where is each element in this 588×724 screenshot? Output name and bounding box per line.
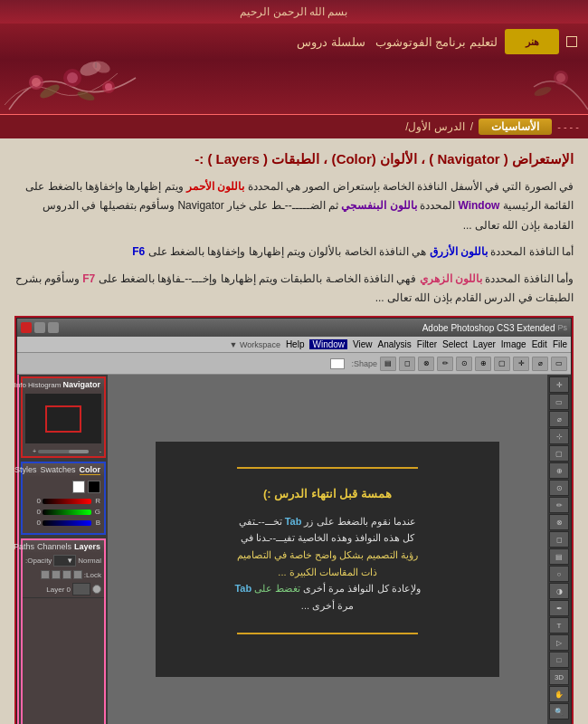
navigator-tab[interactable]: Navigator (62, 380, 100, 389)
blend-mode-dropdown[interactable]: ▼ (53, 555, 76, 567)
clone-tool-icon[interactable]: ⊗ (418, 357, 434, 371)
tool-3d[interactable]: 3D (549, 669, 569, 685)
shape-label: Shape: (351, 359, 377, 368)
navigator-zoom-slider: - + (23, 446, 104, 456)
menu-view[interactable]: View (353, 339, 373, 349)
foreground-color-swatch[interactable] (88, 481, 100, 493)
tool-heal[interactable]: ⊙ (549, 480, 569, 496)
eraser-tool-icon[interactable]: ◻ (399, 357, 415, 371)
move-tool-icon[interactable]: ✛ (513, 357, 529, 371)
gradient-tool-icon[interactable]: ▤ (380, 357, 396, 371)
opacity-label: Opacity: (25, 557, 52, 565)
menu-help[interactable]: Help (286, 339, 305, 349)
swatches-tab[interactable]: Swatches (40, 465, 75, 475)
svg-point-1 (32, 78, 41, 87)
color-sliders: R 0 G 0 B (23, 477, 104, 533)
tool-crop[interactable]: ▢ (549, 445, 569, 462)
maximize-button[interactable] (34, 322, 45, 333)
zoom-slider-fill (69, 450, 89, 453)
tool-hand[interactable]: ✋ (549, 686, 569, 702)
lock-image-icon[interactable] (62, 570, 71, 579)
close-button[interactable] (21, 322, 32, 333)
lock-all-icon[interactable] (41, 570, 50, 579)
paths-tab[interactable]: Paths (14, 542, 34, 551)
menu-filter[interactable]: Filter (417, 339, 437, 349)
menu-analysis[interactable]: Analysis (378, 339, 412, 349)
tool-text[interactable]: T (549, 617, 569, 634)
background-color-swatch[interactable] (72, 481, 85, 493)
tool-wand[interactable]: ⊹ (549, 428, 569, 444)
section-title: الإستعراض ( Navigator ) ، الألوان (Color… (14, 149, 574, 170)
bismillah-text: بسم الله الرحمن الرحيم (240, 5, 347, 18)
blue-slider-track[interactable] (43, 520, 91, 526)
layer-visibility-icon[interactable] (92, 585, 101, 594)
tool-path[interactable]: ▷ (549, 634, 569, 651)
ps-main-area: ✛ ▭ ⌀ ⊹ ▢ ⊕ ⊙ ✏ ⊗ ◻ ▤ ○ ◑ ✒ T ▷ □ (17, 375, 571, 724)
g-label: G (93, 508, 100, 516)
red-slider-track[interactable] (43, 499, 91, 504)
marquee-tool-icon[interactable]: ▭ (551, 357, 567, 371)
tool-zoom[interactable]: 🔍 (549, 703, 569, 719)
navigator-panel: Navigator Histogram Info - + (21, 376, 106, 458)
workspace-label: Workspace ▼ (230, 340, 280, 349)
zoom-in-icon: + (25, 448, 36, 454)
decoration-bar (0, 60, 588, 114)
tool-gradient[interactable]: ▤ (549, 548, 569, 565)
menu-image[interactable]: Image (501, 339, 526, 349)
crop-tool-icon[interactable]: ▢ (494, 357, 510, 371)
menu-file[interactable]: File (553, 339, 567, 349)
tool-eraser[interactable]: ◻ (549, 531, 569, 548)
ps-options-bar: ▭ ⌀ ✛ ▢ ⊕ ⊙ ✏ ⊗ ◻ ▤ Shape: (17, 353, 571, 375)
layer-item-0[interactable]: Layer 0 (23, 581, 104, 598)
styles-tab[interactable]: Styles (14, 465, 37, 475)
healing-tool-icon[interactable]: ⊙ (456, 357, 472, 371)
layers-panel-header: Layers Channels Paths (23, 540, 104, 553)
tool-dodge[interactable]: ◑ (549, 583, 569, 599)
tool-clone[interactable]: ⊗ (549, 514, 569, 530)
paragraph-1: في الصورة التي في الأسفل النافذة الخاصة … (14, 177, 574, 236)
zoom-slider-track[interactable] (38, 450, 89, 453)
menu-select[interactable]: Select (442, 339, 468, 349)
lock-position-icon[interactable] (52, 570, 61, 579)
lock-controls: Lock: (23, 568, 104, 581)
lock-label: Lock: (84, 571, 101, 579)
blue-slider-row: B 0 (26, 519, 100, 527)
ps-menubar: File Edit Image Layer Select Filter Anal… (17, 337, 571, 353)
ps-tools-panel: ✛ ▭ ⌀ ⊹ ▢ ⊕ ⊙ ✏ ⊗ ◻ ▤ ○ ◑ ✒ T ▷ □ (547, 375, 571, 724)
tool-blur[interactable]: ○ (549, 566, 569, 582)
menu-edit[interactable]: Edit (532, 339, 547, 349)
flower-decoration-right (516, 60, 588, 114)
bismillah-header: بسم الله الرحمن الرحيم (0, 0, 588, 24)
brush-tool-icon[interactable]: ✏ (437, 357, 453, 371)
canvas-divider-line (237, 467, 418, 469)
menu-window[interactable]: Window (309, 339, 347, 349)
tool-eyedropper[interactable]: ⊕ (549, 462, 569, 479)
lock-transparent-icon[interactable] (73, 570, 82, 579)
layers-tab[interactable]: Layers (74, 542, 100, 551)
r-label: R (93, 497, 100, 505)
tool-marquee[interactable]: ▭ (549, 394, 569, 410)
layers-panel: Layers Channels Paths Normal ▼ Opacity: … (21, 538, 106, 724)
tool-brush[interactable]: ✏ (549, 497, 569, 513)
title-bar: هنر لتعليم برنامج الفوتوشوب سلسلة دروس (0, 24, 588, 60)
red-slider-row: R 0 (26, 497, 100, 505)
minimize-button[interactable] (48, 322, 59, 333)
zoom-out-icon: - (90, 448, 101, 454)
canvas-divider-line-2 (237, 633, 418, 634)
info-tab[interactable]: Info (14, 381, 26, 389)
tool-pen[interactable]: ✒ (549, 600, 569, 616)
tool-lasso[interactable]: ⌀ (549, 411, 569, 427)
ps-canvas: همسة قبل انتهاء الدرس :) عندما نقوم بالض… (156, 442, 499, 677)
shape-preview[interactable] (330, 358, 345, 369)
tool-move[interactable]: ✛ (549, 376, 569, 393)
nav-dashes: - - - - (557, 121, 579, 132)
green-slider-track[interactable] (43, 510, 91, 515)
lasso-tool-icon[interactable]: ⌀ (532, 357, 548, 371)
histogram-tab[interactable]: Histogram (28, 381, 61, 389)
tool-shape[interactable]: □ (549, 652, 569, 668)
menu-layer[interactable]: Layer (473, 339, 496, 349)
color-tab[interactable]: Color (80, 465, 101, 475)
checkbox-icon[interactable] (566, 36, 577, 47)
channels-tab[interactable]: Channels (37, 542, 71, 551)
eyedropper-icon[interactable]: ⊕ (475, 357, 491, 371)
